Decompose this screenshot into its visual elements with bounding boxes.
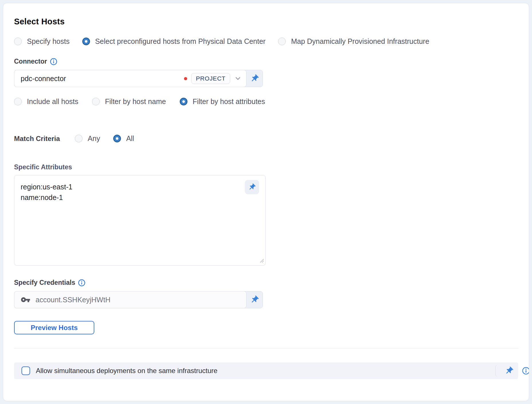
radio-label: Filter by host attributes [193,97,265,106]
info-icon[interactable] [522,367,529,375]
connector-label: Connector [14,58,47,65]
pin-icon[interactable] [504,362,514,379]
radio-button-icon[interactable] [14,38,22,45]
bottom-row: Allow simultaneous deployments on the sa… [14,362,529,379]
chevron-down-icon[interactable] [234,75,242,82]
radio-button-icon[interactable] [278,38,286,45]
specific-attributes-field: region:us-east-1 name:node-1 [14,175,266,266]
connector-select[interactable]: pdc-connector PROJECT [14,70,247,87]
radio-button-icon[interactable] [14,98,22,105]
required-dot-icon [184,77,187,80]
allow-simultaneous-bar: Allow simultaneous deployments on the sa… [14,362,518,379]
credentials-value: account.SSHKeyjHWtH [36,296,242,304]
radio-button-icon[interactable] [82,38,90,45]
connector-label-row: Connector [14,58,529,65]
host-selection-radio-group: Specify hosts Select preconfigured hosts… [14,37,529,46]
preview-hosts-button[interactable]: Preview Hosts [14,321,94,334]
specify-credentials-label: Specify Credentials [14,279,75,287]
match-criteria-row: Match Criteria Any All [14,134,529,143]
radio-match-any[interactable]: Any [75,134,100,143]
resize-handle-icon[interactable] [260,259,264,264]
radio-match-all[interactable]: All [113,134,134,143]
allow-simultaneous-label: Allow simultaneous deployments on the sa… [36,367,218,375]
pin-icon[interactable] [247,70,263,87]
radio-label: Select preconfigured hosts from Physical… [95,37,266,46]
credentials-select[interactable]: account.SSHKeyjHWtH [14,291,247,308]
connector-select-field: pdc-connector PROJECT [14,70,263,87]
bar-divider [495,364,499,377]
radio-label: Any [88,134,100,143]
radio-label: Include all hosts [27,97,78,106]
radio-label: All [126,134,134,143]
radio-label: Filter by host name [105,97,166,106]
radio-filter-by-host-name[interactable]: Filter by host name [92,97,166,106]
page-title: Select Hosts [14,17,529,26]
radio-include-all-hosts[interactable]: Include all hosts [14,97,78,106]
ssh-key-icon [21,295,30,305]
radio-select-preconfigured-hosts[interactable]: Select preconfigured hosts from Physical… [82,37,266,46]
host-filter-radio-group: Include all hosts Filter by host name Fi… [14,97,529,106]
credentials-label-row: Specify Credentials [14,279,529,287]
specific-attributes-label-row: Specific Attributes [14,163,529,171]
connector-value: pdc-connector [21,74,184,83]
pin-icon[interactable] [245,180,259,194]
radio-map-dynamic-infrastructure[interactable]: Map Dynamically Provisioned Infrastructu… [278,37,429,46]
info-icon[interactable] [50,58,57,65]
radio-button-icon[interactable] [180,98,187,105]
scope-badge: PROJECT [191,73,230,84]
info-icon[interactable] [78,279,85,287]
radio-filter-by-host-attributes[interactable]: Filter by host attributes [180,97,265,106]
select-hosts-panel: Select Hosts Specify hosts Select precon… [3,3,529,401]
radio-label: Map Dynamically Provisioned Infrastructu… [291,37,429,46]
radio-button-icon[interactable] [113,135,121,142]
specific-attributes-textarea[interactable]: region:us-east-1 name:node-1 [14,175,265,265]
radio-button-icon[interactable] [92,98,100,105]
section-divider [14,348,519,348]
radio-label: Specify hosts [27,37,70,46]
credentials-select-field: account.SSHKeyjHWtH [14,291,263,308]
allow-simultaneous-checkbox[interactable] [21,366,30,375]
pin-icon[interactable] [247,291,263,308]
radio-button-icon[interactable] [75,135,83,142]
match-criteria-label: Match Criteria [14,135,60,143]
specific-attributes-label: Specific Attributes [14,163,72,171]
radio-specify-hosts[interactable]: Specify hosts [14,37,70,46]
